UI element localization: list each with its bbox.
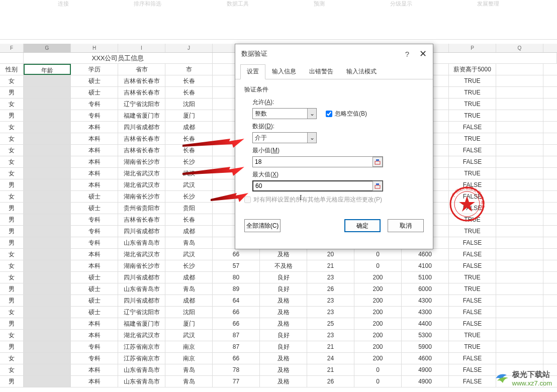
cell[interactable]: 男 — [0, 283, 24, 295]
header-cell[interactable]: 学历 — [71, 64, 118, 75]
tab-ime-mode[interactable]: 输入法模式 — [340, 64, 383, 79]
allow-dropdown[interactable]: 整数 ⌄ — [252, 108, 317, 119]
cell[interactable]: 77 — [213, 376, 260, 387]
cell[interactable] — [496, 214, 543, 225]
cell[interactable]: 沈阳 — [165, 307, 213, 318]
cell[interactable]: 福建省厦门市 — [118, 110, 165, 121]
cell[interactable]: 长春 — [165, 75, 213, 86]
cell[interactable] — [24, 364, 71, 375]
cell[interactable] — [496, 110, 543, 121]
cell[interactable] — [496, 99, 543, 110]
cell[interactable] — [496, 122, 543, 133]
cell[interactable]: 0 — [354, 364, 402, 375]
cell[interactable]: 200 — [354, 283, 402, 295]
cell[interactable]: FALSE — [449, 295, 496, 306]
cell[interactable]: 21 — [307, 364, 354, 375]
cell[interactable]: 湖北省武汉市 — [118, 168, 165, 179]
cell[interactable] — [24, 214, 71, 225]
cell[interactable]: 21 — [307, 341, 354, 352]
cell[interactable]: 良好 — [260, 330, 307, 341]
cell[interactable]: FALSE — [449, 237, 496, 248]
cell[interactable]: FALSE — [449, 145, 496, 156]
cell[interactable]: 男 — [0, 318, 24, 329]
cell[interactable]: 本科 — [71, 376, 118, 387]
cell[interactable]: 男 — [0, 226, 24, 237]
cell[interactable]: 87 — [213, 341, 260, 352]
cell[interactable]: 女 — [0, 145, 24, 156]
cell[interactable] — [24, 156, 71, 167]
cell[interactable]: 南京 — [165, 353, 213, 364]
cell[interactable]: 专科 — [71, 237, 118, 248]
clear-all-button[interactable]: 全部清除(C) — [244, 219, 281, 232]
cell[interactable] — [496, 191, 543, 202]
cell[interactable]: 女 — [0, 364, 24, 375]
cell[interactable]: 200 — [354, 272, 402, 283]
cell[interactable]: 本科 — [71, 260, 118, 271]
cell[interactable]: 女 — [0, 75, 24, 86]
min-value-input[interactable] — [252, 156, 383, 167]
cell[interactable]: 青岛 — [165, 376, 213, 387]
cell[interactable]: 专科 — [71, 110, 118, 121]
cell[interactable]: 贵阳 — [165, 203, 213, 214]
cell[interactable] — [24, 341, 71, 352]
col-header-Q[interactable]: Q — [496, 44, 543, 52]
cell[interactable] — [24, 353, 71, 364]
cell[interactable] — [24, 87, 71, 98]
cell[interactable] — [24, 330, 71, 341]
cell[interactable]: 湖南省长沙市 — [118, 191, 165, 202]
cell[interactable]: 成都 — [165, 272, 213, 283]
cell[interactable]: 厦门 — [165, 110, 213, 121]
cell[interactable]: 本科 — [71, 145, 118, 156]
cell[interactable]: 不及格 — [260, 260, 307, 271]
cell[interactable]: 江苏省南京市 — [118, 341, 165, 352]
col-header-G[interactable]: G — [24, 44, 71, 52]
cell[interactable]: 男 — [0, 237, 24, 248]
cell[interactable]: 吉林省长春市 — [118, 214, 165, 225]
cell[interactable] — [24, 110, 71, 121]
cell[interactable] — [24, 249, 71, 260]
header-cell[interactable]: 薪资高于5000 — [449, 64, 496, 75]
cell[interactable]: 本科 — [71, 156, 118, 167]
cell[interactable]: 长沙 — [165, 260, 213, 271]
tab-input-message[interactable]: 输入信息 — [265, 64, 303, 79]
cell[interactable]: 64 — [213, 295, 260, 306]
max-value-input[interactable] — [252, 180, 383, 191]
cell[interactable]: 山东省青岛市 — [118, 283, 165, 295]
cell[interactable]: 专科 — [71, 214, 118, 225]
cell[interactable]: 及格 — [260, 364, 307, 375]
header-cell[interactable] — [496, 64, 543, 75]
cell[interactable] — [24, 203, 71, 214]
cell[interactable] — [24, 318, 71, 329]
cell[interactable] — [24, 168, 71, 179]
range-selector-icon[interactable] — [373, 157, 383, 167]
cell[interactable]: 200 — [354, 307, 402, 318]
cell[interactable]: 及格 — [260, 307, 307, 318]
cell[interactable]: 23 — [307, 272, 354, 283]
cell[interactable]: 66 — [213, 318, 260, 329]
cell[interactable]: 男 — [0, 179, 24, 190]
cell[interactable]: 及格 — [260, 353, 307, 364]
cell[interactable]: 20 — [307, 249, 354, 260]
cell[interactable]: 四川省成都市 — [118, 122, 165, 133]
cell[interactable]: 贵州省贵阳市 — [118, 203, 165, 214]
cell[interactable]: 57 — [213, 260, 260, 271]
cell[interactable]: 4400 — [402, 318, 449, 329]
cell[interactable]: 厦门 — [165, 318, 213, 329]
col-header-J[interactable]: J — [165, 44, 213, 52]
cell[interactable]: 女 — [0, 156, 24, 167]
cell[interactable]: 6000 — [402, 283, 449, 295]
cell[interactable]: 男 — [0, 376, 24, 387]
cell[interactable]: FALSE — [449, 156, 496, 167]
cell[interactable]: 男 — [0, 110, 24, 121]
cell[interactable] — [24, 191, 71, 202]
cell[interactable]: 男 — [0, 214, 24, 225]
cell[interactable]: 200 — [354, 330, 402, 341]
cell[interactable]: 女 — [0, 249, 24, 260]
header-cell[interactable]: 性别 — [0, 64, 24, 75]
cell[interactable] — [496, 156, 543, 167]
cell[interactable]: 吉林省长春市 — [118, 75, 165, 86]
cell[interactable]: 女 — [0, 122, 24, 133]
tab-error-alert[interactable]: 出错警告 — [303, 64, 340, 79]
cell[interactable]: 湖北省武汉市 — [118, 249, 165, 260]
cancel-button[interactable]: 取消 — [388, 219, 424, 232]
